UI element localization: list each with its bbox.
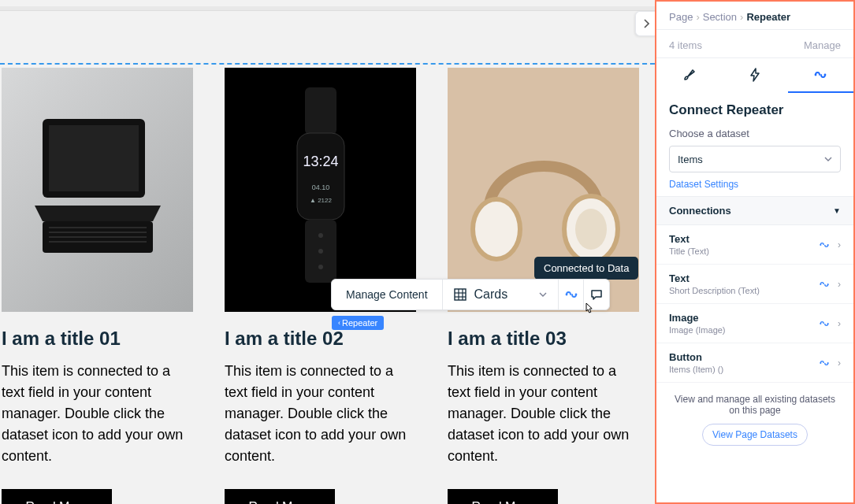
svg-rect-7 bbox=[305, 87, 336, 135]
lightning-icon bbox=[749, 68, 761, 82]
card-description[interactable]: This item is connected to a text field i… bbox=[448, 361, 639, 467]
connection-field: Short Description (Text) bbox=[669, 286, 760, 295]
connect-to-data-button[interactable] bbox=[559, 280, 584, 309]
inspector-panel: Page›Section›Repeater 4 items Manage Con… bbox=[655, 0, 855, 504]
card-cta-button[interactable]: Read More bbox=[2, 489, 112, 504]
connections-heading: Connections bbox=[669, 205, 731, 217]
svg-text:▲ 2122: ▲ 2122 bbox=[310, 197, 332, 204]
data-connect-icon bbox=[819, 239, 830, 250]
choose-dataset-label: Choose a dataset bbox=[669, 128, 841, 139]
editor-canvas: I am a title 01 This item is connected t… bbox=[0, 0, 655, 504]
svg-text:04.10: 04.10 bbox=[311, 183, 329, 191]
element-floating-toolbar: Manage Content Cards bbox=[331, 279, 610, 310]
connection-field: Items (Item) () bbox=[669, 365, 723, 374]
data-connect-icon bbox=[819, 358, 830, 369]
card-cta-button[interactable]: Read More bbox=[448, 489, 558, 504]
card-title[interactable]: I am a title 01 bbox=[2, 328, 193, 350]
card-description[interactable]: This item is connected to a text field i… bbox=[2, 361, 193, 467]
tab-data[interactable] bbox=[788, 58, 853, 93]
svg-point-27 bbox=[824, 74, 827, 76]
connection-type: Button bbox=[669, 351, 723, 363]
svg-point-24 bbox=[565, 294, 567, 296]
tab-animation[interactable] bbox=[722, 58, 787, 93]
svg-rect-19 bbox=[455, 289, 466, 300]
svg-point-26 bbox=[815, 74, 817, 76]
connection-row-text-title[interactable]: TextTitle (Text) › bbox=[656, 225, 853, 265]
card-image[interactable]: 13:24 04.10 ▲ 2122 bbox=[225, 68, 416, 312]
dataset-settings-link[interactable]: Dataset Settings bbox=[669, 179, 738, 190]
canvas-top-strip bbox=[0, 6, 655, 11]
data-connect-icon bbox=[564, 287, 578, 302]
dataset-selected-value: Items bbox=[678, 154, 703, 165]
svg-point-13 bbox=[318, 233, 323, 238]
product-illustration-tablet bbox=[27, 111, 169, 269]
view-page-datasets-button[interactable]: View Page Datasets bbox=[702, 424, 808, 446]
brush-icon bbox=[682, 68, 697, 82]
connection-type: Image bbox=[669, 312, 726, 324]
repeater-item[interactable]: I am a title 01 This item is connected t… bbox=[2, 68, 193, 504]
layout-label: Cards bbox=[474, 287, 508, 302]
manage-items-link[interactable]: Manage bbox=[804, 39, 841, 51]
connections-accordion-header[interactable]: Connections ▼ bbox=[656, 196, 853, 225]
chat-icon bbox=[590, 288, 603, 301]
panel-foot-text: View and manage all existing datasets on… bbox=[669, 394, 841, 416]
svg-point-35 bbox=[827, 361, 829, 363]
connection-type: Text bbox=[669, 233, 709, 245]
panel-title: Connect Repeater bbox=[669, 102, 841, 118]
chevron-right-icon: › bbox=[838, 239, 841, 250]
data-connect-icon bbox=[813, 68, 827, 82]
breadcrumb[interactable]: Page›Section›Repeater bbox=[669, 11, 841, 23]
pointer-cursor-icon bbox=[582, 302, 595, 317]
manage-content-button[interactable]: Manage Content bbox=[332, 280, 443, 309]
svg-point-25 bbox=[574, 294, 577, 296]
cards-grid-icon bbox=[454, 288, 467, 301]
chevron-right-icon: › bbox=[838, 279, 841, 290]
connections-list: TextTitle (Text) › TextShort Description… bbox=[656, 225, 853, 383]
connection-row-button[interactable]: ButtonItems (Item) () › bbox=[656, 343, 853, 383]
layout-dropdown[interactable]: Cards bbox=[443, 280, 559, 309]
repeater-breadcrumb-pill[interactable]: ‹ Repeater bbox=[332, 316, 384, 330]
tab-design[interactable] bbox=[656, 58, 722, 93]
svg-point-34 bbox=[820, 361, 821, 363]
svg-point-30 bbox=[820, 283, 821, 284]
card-image[interactable] bbox=[2, 68, 193, 312]
svg-text:13:24: 13:24 bbox=[303, 154, 338, 169]
connection-row-text-short-description[interactable]: TextShort Description (Text) › bbox=[656, 265, 853, 304]
chevron-right-icon: › bbox=[838, 358, 841, 369]
items-count: 4 items bbox=[669, 39, 702, 51]
card-description[interactable]: This item is connected to a text field i… bbox=[225, 361, 416, 467]
breadcrumb-repeater[interactable]: Repeater bbox=[746, 11, 790, 23]
connection-field: Image (Image) bbox=[669, 325, 726, 335]
panel-collapse-button[interactable] bbox=[635, 11, 655, 36]
chevron-right-icon bbox=[643, 19, 649, 28]
data-connect-icon bbox=[819, 279, 830, 290]
svg-point-16 bbox=[473, 199, 520, 259]
card-title[interactable]: I am a title 02 bbox=[225, 328, 416, 350]
repeater-pill-label: Repeater bbox=[342, 318, 377, 328]
panel-tabs bbox=[656, 58, 853, 93]
product-illustration-smartwatch: 13:24 04.10 ▲ 2122 bbox=[262, 87, 380, 292]
connected-to-data-tooltip: Connected to Data bbox=[534, 257, 638, 280]
svg-rect-8 bbox=[297, 133, 344, 220]
data-connect-icon bbox=[819, 318, 830, 329]
chevron-down-icon bbox=[824, 155, 832, 163]
svg-point-29 bbox=[827, 243, 829, 245]
connection-field: Title (Text) bbox=[669, 246, 709, 256]
chevron-right-icon: › bbox=[838, 318, 841, 329]
card-cta-button[interactable]: Read More bbox=[225, 489, 335, 504]
card-title[interactable]: I am a title 03 bbox=[448, 328, 639, 350]
connection-type: Text bbox=[669, 272, 760, 284]
product-illustration-headphones bbox=[457, 103, 630, 276]
svg-point-33 bbox=[827, 322, 829, 324]
svg-point-14 bbox=[318, 249, 323, 254]
svg-point-32 bbox=[820, 322, 821, 324]
dataset-select[interactable]: Items bbox=[669, 146, 841, 172]
svg-rect-1 bbox=[49, 125, 139, 191]
breadcrumb-section[interactable]: Section bbox=[703, 11, 737, 23]
svg-point-15 bbox=[318, 265, 323, 269]
svg-point-18 bbox=[575, 209, 607, 250]
caret-down-icon: ▼ bbox=[833, 206, 841, 215]
breadcrumb-page[interactable]: Page bbox=[669, 11, 693, 23]
svg-point-31 bbox=[827, 283, 829, 284]
connection-row-image[interactable]: ImageImage (Image) › bbox=[656, 304, 853, 343]
